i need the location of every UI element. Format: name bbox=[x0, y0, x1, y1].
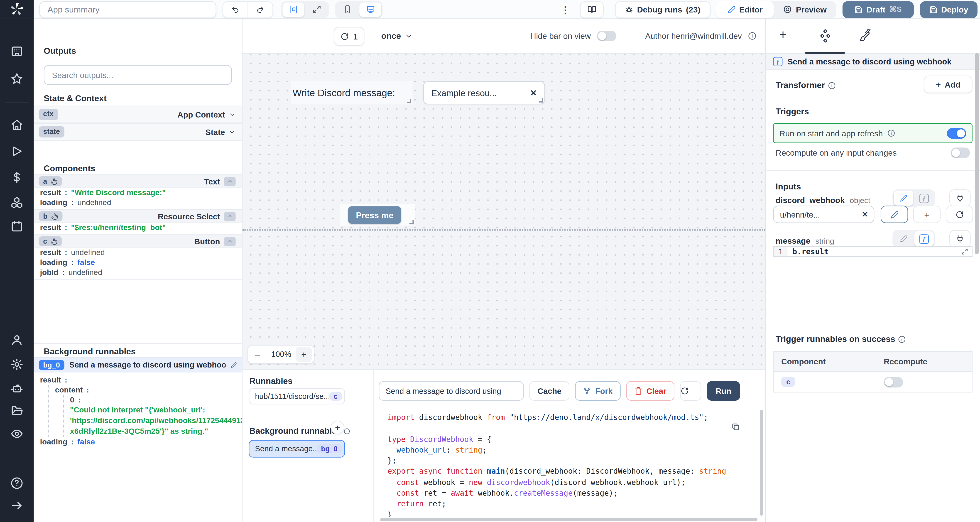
copy-code-button[interactable] bbox=[731, 422, 740, 431]
clear-select-icon[interactable]: ✕ bbox=[523, 88, 544, 97]
windmill-logo[interactable] bbox=[0, 0, 34, 19]
recompute-toggle[interactable] bbox=[951, 148, 970, 158]
resource-picker[interactable]: u/henri/te... ✕ bbox=[773, 205, 874, 223]
eval-mode-button[interactable]: ƒ bbox=[915, 191, 934, 205]
component-c-header[interactable]: c Button bbox=[34, 234, 242, 248]
bg-runnable-item-selected[interactable]: Send a message... bg_0 bbox=[249, 440, 345, 458]
static-mode-button[interactable] bbox=[894, 231, 913, 246]
undo-button[interactable] bbox=[223, 5, 248, 13]
sidebar-item-workers[interactable] bbox=[11, 382, 23, 395]
boxes-icon bbox=[11, 196, 23, 209]
runnable-name-input[interactable] bbox=[379, 381, 524, 401]
code-horizontal-scrollbar[interactable] bbox=[380, 518, 757, 521]
clear-button[interactable]: Clear bbox=[626, 381, 675, 401]
cache-button[interactable]: Cache bbox=[530, 381, 570, 401]
connect-input-button[interactable] bbox=[950, 189, 971, 207]
press-me-button[interactable]: Press me bbox=[348, 206, 401, 224]
sidebar-item-resources[interactable] bbox=[11, 196, 23, 209]
collapse-rail-button[interactable] bbox=[11, 499, 23, 512]
sidebar-item-users[interactable] bbox=[11, 334, 23, 346]
app-summary-input[interactable] bbox=[40, 1, 216, 18]
help-button[interactable] bbox=[11, 477, 23, 489]
message-expression-editor[interactable]: 1 b.result bbox=[773, 247, 972, 257]
hide-bar-toggle[interactable] bbox=[597, 30, 616, 41]
component-b-chip[interactable]: b bbox=[39, 211, 63, 221]
sidebar-item-audit[interactable] bbox=[11, 427, 23, 440]
sidebar-item-runs[interactable] bbox=[11, 145, 23, 158]
align-center-button[interactable] bbox=[282, 2, 304, 17]
collapse-b-button[interactable] bbox=[224, 212, 235, 221]
ctx-row[interactable]: ctx App Context bbox=[34, 106, 242, 123]
draft-button[interactable]: Draft ⌘S bbox=[843, 1, 914, 18]
tab-settings[interactable] bbox=[819, 29, 832, 43]
run-button[interactable]: Run bbox=[707, 381, 740, 401]
error-text-line: x6dRlyll2z1Be-3QC5m25'}" as string." bbox=[70, 426, 238, 437]
code-editor[interactable]: import discordwebhook from "https://deno… bbox=[387, 412, 757, 517]
sidebar-item-home[interactable] bbox=[11, 119, 23, 131]
tab-styling[interactable] bbox=[859, 29, 871, 41]
arrow-right-icon bbox=[11, 499, 23, 512]
resize-handle[interactable] bbox=[539, 98, 543, 103]
redo-button[interactable] bbox=[248, 5, 272, 13]
mobile-view-button[interactable] bbox=[336, 2, 358, 17]
info-icon[interactable] bbox=[898, 335, 906, 343]
bg0-row[interactable]: bg_0 Send a message to discord using web… bbox=[34, 357, 242, 372]
docs-button[interactable] bbox=[580, 1, 604, 18]
editor-label: Editor bbox=[739, 5, 763, 14]
info-icon[interactable] bbox=[748, 32, 756, 40]
fork-button[interactable]: Fork bbox=[575, 381, 620, 401]
run-on-start-toggle[interactable] bbox=[947, 128, 966, 138]
tab-editor[interactable]: Editor bbox=[716, 1, 773, 18]
sidebar-item-settings[interactable] bbox=[11, 358, 23, 371]
clear-resource-icon[interactable]: ✕ bbox=[856, 210, 873, 219]
sidebar-item-apps[interactable] bbox=[11, 45, 23, 57]
deploy-button[interactable]: Deploy bbox=[920, 1, 977, 18]
component-b-header[interactable]: b Resource Select bbox=[34, 209, 242, 223]
connect-input-button[interactable] bbox=[950, 230, 971, 248]
static-mode-button[interactable] bbox=[894, 191, 913, 205]
sidebar-item-schedules[interactable] bbox=[11, 220, 23, 232]
frequency-dropdown[interactable]: once bbox=[381, 19, 412, 53]
eval-mode-button[interactable]: ƒ bbox=[915, 231, 934, 246]
tab-insert[interactable]: + bbox=[780, 28, 787, 41]
reload-button[interactable] bbox=[680, 381, 702, 401]
expand-canvas-button[interactable] bbox=[305, 2, 327, 17]
desktop-view-button[interactable] bbox=[360, 2, 381, 17]
resource-select-component[interactable]: Example resou... ✕ bbox=[423, 81, 545, 104]
resize-handle[interactable] bbox=[409, 220, 414, 224]
resize-handle[interactable] bbox=[407, 99, 411, 103]
app-canvas[interactable]: Write Discord message: Example resou... … bbox=[242, 54, 765, 369]
add-resource-button[interactable]: + bbox=[913, 205, 940, 223]
refresh-resource-button[interactable] bbox=[945, 205, 973, 223]
expand-editor-button[interactable] bbox=[961, 248, 972, 255]
component-a-chip[interactable]: a bbox=[39, 176, 62, 186]
component-a-header[interactable]: a Text bbox=[34, 175, 242, 188]
search-outputs-input[interactable] bbox=[44, 65, 232, 85]
info-icon[interactable] bbox=[344, 428, 350, 434]
collapse-c-button[interactable] bbox=[224, 237, 235, 246]
button-component[interactable]: Press me bbox=[340, 204, 415, 226]
tab-preview[interactable]: Preview bbox=[774, 1, 837, 18]
info-icon[interactable] bbox=[887, 129, 895, 137]
debug-runs-button[interactable]: Debug runs (23) bbox=[615, 1, 711, 18]
more-options-button[interactable]: ⋮ bbox=[560, 4, 570, 16]
info-icon[interactable] bbox=[828, 82, 835, 89]
zoom-in-button[interactable]: + bbox=[296, 347, 312, 362]
collapse-a-button[interactable] bbox=[224, 177, 235, 186]
edit-icon[interactable] bbox=[231, 362, 237, 368]
add-bg-runnable-button[interactable]: + bbox=[331, 420, 344, 434]
code-vertical-scrollbar[interactable] bbox=[760, 410, 763, 516]
sidebar-item-favorites[interactable] bbox=[11, 73, 23, 85]
text-component[interactable]: Write Discord message: bbox=[291, 81, 412, 104]
panel-scrollbar[interactable] bbox=[975, 53, 979, 254]
zoom-out-button[interactable]: − bbox=[248, 349, 267, 360]
add-transformer-button[interactable]: + Add bbox=[924, 76, 972, 93]
refresh-count-button[interactable]: 1 bbox=[334, 27, 364, 46]
runnable-item[interactable]: hub/1511/discord/se... c bbox=[249, 388, 345, 404]
sidebar-item-variables[interactable] bbox=[11, 171, 23, 184]
component-c-chip[interactable]: c bbox=[39, 236, 62, 246]
sidebar-item-folders[interactable] bbox=[11, 405, 23, 417]
edit-resource-button[interactable] bbox=[881, 205, 908, 223]
state-row[interactable]: state State bbox=[34, 123, 242, 141]
row-recompute-toggle[interactable] bbox=[884, 377, 903, 387]
